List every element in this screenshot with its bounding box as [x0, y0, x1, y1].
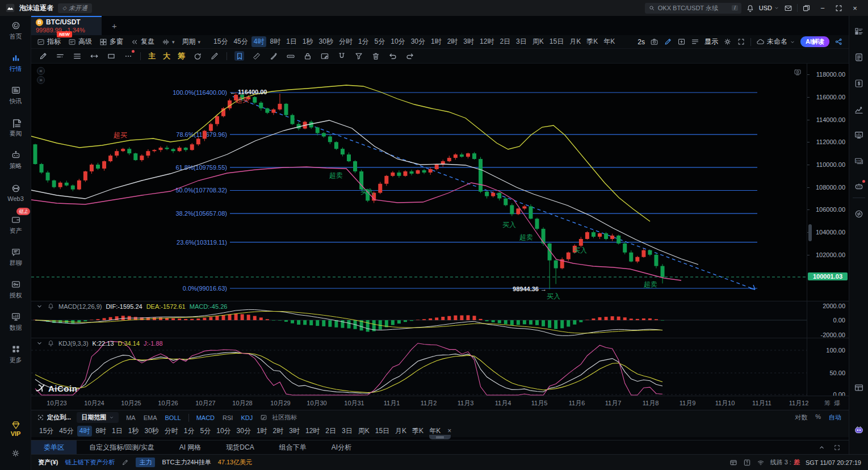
- draw-tool-pen[interactable]: [269, 51, 278, 61]
- network-line-status[interactable]: 线路 3 :差: [770, 458, 800, 467]
- draw-tool-brush[interactable]: [209, 51, 219, 61]
- rail-item-swap[interactable]: [854, 209, 864, 219]
- timeframe-item[interactable]: 2日: [497, 36, 513, 47]
- timeframe-item[interactable]: 3日: [339, 426, 355, 437]
- ai-analysis-button[interactable]: AI解读: [800, 36, 829, 47]
- timeframe-item[interactable]: 月K: [567, 36, 583, 47]
- currency-select[interactable]: USD: [759, 5, 779, 11]
- search-input[interactable]: OKX BTC/USDT 永续 /: [645, 3, 741, 14]
- timeframe-item[interactable]: 15分: [37, 426, 56, 437]
- draw-tool-ruler[interactable]: [251, 51, 261, 61]
- bottom-tab-AI 网格[interactable]: AI 网格: [167, 440, 214, 455]
- rail-item-monitor[interactable]: [854, 130, 864, 140]
- candlestick-chart[interactable]: 100.0%(116400.00)78.6%(112679.96)61.8%(1…: [31, 64, 849, 301]
- timeframe-item[interactable]: 2日: [323, 426, 338, 437]
- messages-icon[interactable]: [784, 4, 792, 12]
- locate-button[interactable]: 定位到...: [37, 413, 71, 422]
- toolbar-多窗[interactable]: 多窗: [99, 37, 123, 47]
- chart-snapshot-icon[interactable]: [794, 68, 802, 76]
- draw-tool-magnet[interactable]: [337, 51, 346, 61]
- chart-back-button[interactable]: «: [37, 67, 45, 75]
- fullscreen-icon[interactable]: [737, 37, 745, 46]
- timeframe-item[interactable]: 3时: [287, 426, 302, 437]
- indicator-自动[interactable]: 自动: [827, 413, 843, 422]
- notifications-bell-icon[interactable]: [746, 4, 754, 12]
- timeframe-item[interactable]: 10分: [214, 426, 233, 437]
- panel-drag-handle[interactable]: [429, 435, 451, 439]
- bottom-tab-组合下单[interactable]: 组合下单: [267, 440, 319, 455]
- timeframe-item[interactable]: 年K: [601, 36, 617, 47]
- sidebar-item-数据[interactable]: 数据: [0, 307, 31, 337]
- draw-tool-筹[interactable]: 筹: [178, 51, 185, 61]
- timeframe-item[interactable]: 12时: [303, 426, 322, 437]
- bottom-tab-委单区[interactable]: 委单区: [31, 440, 77, 455]
- timeframe-item[interactable]: 1日: [284, 36, 299, 47]
- draw-tool-trash[interactable]: [371, 51, 380, 61]
- draw-tool-rect[interactable]: [106, 51, 116, 61]
- rail-item-etf[interactable]: [854, 156, 864, 166]
- sidebar-item-群聊[interactable]: 群聊: [0, 242, 31, 272]
- timeframe-item[interactable]: 1分: [356, 36, 371, 47]
- timeframe-item[interactable]: 1日: [110, 426, 125, 437]
- draw-tool-note[interactable]: [320, 51, 329, 61]
- bottom-tab-AI分析[interactable]: AI分析: [319, 440, 364, 455]
- timeframe-item[interactable]: 周K: [356, 426, 372, 437]
- toolbar-wave[interactable]: ▾: [162, 37, 175, 47]
- collapse-panel-icon[interactable]: [818, 444, 825, 451]
- rail-item-listgrid[interactable]: [854, 26, 864, 36]
- draw-tool-bookmark[interactable]: [234, 51, 244, 61]
- expand-panel-icon[interactable]: [833, 444, 841, 451]
- sidebar-item-授权[interactable]: 授权: [0, 275, 31, 304]
- sidebar-item-策略[interactable]: 策略: [0, 145, 31, 175]
- draw-tool-hl3[interactable]: [72, 51, 82, 61]
- timeframe-item[interactable]: 季K: [410, 426, 426, 437]
- timeframe-item[interactable]: 分时: [337, 36, 355, 47]
- display-button[interactable]: 显示: [705, 37, 718, 47]
- community-indicators-button[interactable]: 社区指标: [260, 413, 299, 422]
- new-window-icon[interactable]: [677, 37, 686, 46]
- timeframe-item[interactable]: 8时: [267, 36, 283, 47]
- rail-item-trend[interactable]: [854, 104, 864, 115]
- date-axis[interactable]: 10月2310月2410月2510月2610月2710月2810月2910月30…: [31, 396, 849, 410]
- timeframe-item[interactable]: 15日: [373, 426, 392, 437]
- timeframe-item[interactable]: 15分: [211, 36, 230, 47]
- sidebar-item-Web3[interactable]: Web3: [0, 178, 31, 207]
- collapse-icon[interactable]: [36, 339, 43, 347]
- timeframe-item[interactable]: 12时: [477, 36, 496, 47]
- sidebar-item-更多[interactable]: 更多: [0, 339, 31, 369]
- indicator-EMA[interactable]: EMA: [142, 414, 159, 421]
- timeframe-item[interactable]: 3日: [514, 36, 529, 47]
- rail-item-doc2[interactable]: [854, 52, 864, 62]
- draw-pencil-icon[interactable]: [664, 37, 672, 46]
- timeframe-item[interactable]: 8时: [93, 426, 108, 437]
- asset-label[interactable]: 资产(¥): [38, 458, 58, 467]
- toolbar-指标[interactable]: 指标: [37, 37, 61, 47]
- draw-tool-measure[interactable]: [286, 51, 295, 61]
- timeframe-item[interactable]: 2时: [445, 36, 460, 47]
- timeframe-item[interactable]: 30分: [409, 36, 427, 47]
- rail-item-dollardoc[interactable]: [854, 78, 864, 89]
- timeframe-item[interactable]: 1秒: [300, 36, 316, 47]
- edit-pencil-icon[interactable]: [121, 459, 129, 466]
- draw-tool-主[interactable]: 主: [148, 51, 156, 61]
- sidebar-settings-button[interactable]: [0, 448, 31, 458]
- timeframe-item[interactable]: 30秒: [142, 426, 161, 437]
- rail-item-mascot[interactable]: [854, 425, 864, 435]
- macd-panel[interactable]: MACD(12,26,9) DIF:-1595.24 DEA:-1572.61 …: [31, 301, 849, 338]
- onchain-analysis-link[interactable]: 链上链下资产分析: [65, 458, 115, 467]
- sidebar-item-vip[interactable]: VIP: [0, 420, 31, 437]
- list-menu-icon[interactable]: [691, 37, 699, 46]
- draw-tool-redo[interactable]: [405, 51, 414, 61]
- layout-grid-icon[interactable]: [729, 459, 737, 467]
- help-icon[interactable]: [743, 459, 751, 467]
- timeframe-item[interactable]: 分时: [162, 426, 181, 437]
- indicator-对数[interactable]: 对数: [793, 413, 809, 422]
- timeframe-item[interactable]: 1时: [254, 426, 270, 437]
- vip-status-badge[interactable]: ◇未开通: [58, 3, 92, 13]
- toolbar-周期[interactable]: 周期▾: [182, 37, 201, 47]
- draw-tool-hl2[interactable]: [55, 51, 65, 61]
- timeframe-item[interactable]: 1分: [182, 426, 197, 437]
- close-timeframes-icon[interactable]: ×: [447, 427, 451, 435]
- window-layout-icon[interactable]: [802, 4, 811, 12]
- close-button[interactable]: ×: [848, 4, 862, 12]
